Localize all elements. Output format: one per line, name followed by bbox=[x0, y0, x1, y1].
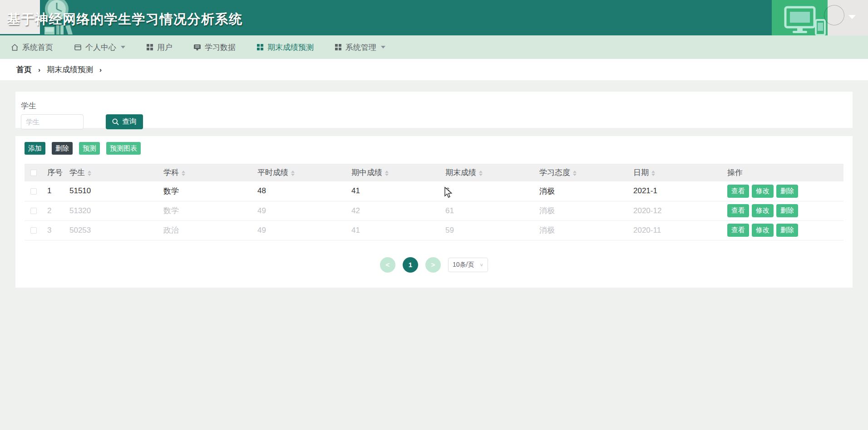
breadcrumb-home[interactable]: 首页 bbox=[16, 64, 32, 75]
user-avatar[interactable] bbox=[824, 5, 844, 25]
app-header: 基于神经网络的学生学习情况分析系统 bbox=[0, 0, 868, 35]
nav-item-3[interactable]: 用户 bbox=[146, 42, 173, 53]
sort-arrows-icon[interactable] bbox=[651, 171, 655, 176]
row-delete-button[interactable]: 删除 bbox=[776, 185, 798, 198]
row-checkbox-cell bbox=[25, 201, 43, 220]
user-menu-caret-icon[interactable] bbox=[848, 15, 856, 19]
pagination-prev-button[interactable]: < bbox=[380, 257, 395, 273]
edit-button[interactable]: 修改 bbox=[752, 224, 774, 237]
sort-arrows-icon[interactable] bbox=[479, 171, 483, 176]
pagination-next-button[interactable]: > bbox=[425, 257, 441, 273]
breadcrumb-separator-icon: › bbox=[99, 66, 102, 73]
search-field-label: 学生 bbox=[21, 101, 847, 111]
sort-arrows-icon[interactable] bbox=[182, 171, 185, 176]
sort-arrows-icon[interactable] bbox=[573, 171, 577, 176]
grid-icon bbox=[256, 44, 264, 51]
nav-item-label: 系统管理 bbox=[345, 42, 376, 53]
column-header[interactable]: 学生 bbox=[65, 164, 159, 181]
cell-final_score: 61 bbox=[441, 201, 535, 220]
toolbar: 添加删除预测预测图表 bbox=[25, 142, 843, 155]
page-size-select[interactable]: 10条/页 ∨ bbox=[448, 258, 488, 272]
cell-index: 3 bbox=[43, 220, 65, 240]
cell-attitude: 消极 bbox=[535, 220, 629, 240]
row-delete-button[interactable]: 删除 bbox=[776, 204, 798, 217]
column-header[interactable]: 期末成绩 bbox=[441, 164, 535, 181]
sort-arrows-icon[interactable] bbox=[385, 171, 389, 176]
predict-button[interactable]: 预测 bbox=[79, 142, 100, 155]
sort-arrows-icon[interactable] bbox=[291, 171, 295, 176]
nav-item-6[interactable]: 系统管理 bbox=[335, 42, 385, 53]
column-header[interactable]: 学习态度 bbox=[535, 164, 629, 181]
cell-usual_score: 49 bbox=[253, 220, 347, 240]
nav-item-5[interactable]: 期末成绩预测 bbox=[256, 42, 314, 53]
select-all-checkbox[interactable] bbox=[30, 170, 37, 176]
home-icon bbox=[11, 44, 19, 51]
cell-attitude: 消极 bbox=[535, 181, 629, 201]
edit-button[interactable]: 修改 bbox=[752, 185, 774, 198]
column-header-label: 学习态度 bbox=[539, 168, 570, 177]
column-header-label: 日期 bbox=[633, 168, 649, 177]
nav-item-label: 系统首页 bbox=[22, 42, 53, 53]
cell-index: 2 bbox=[43, 201, 65, 220]
cell-subject: 政治 bbox=[159, 220, 253, 240]
cell-usual_score: 48 bbox=[253, 181, 347, 201]
row-checkbox[interactable] bbox=[30, 208, 37, 214]
sort-arrows-icon[interactable] bbox=[88, 171, 91, 176]
monitor-icon bbox=[193, 44, 201, 51]
table-panel: 添加删除预测预测图表 序号学生学科平时成绩期中成绩期末成绩学习态度日期操作 15… bbox=[15, 136, 853, 288]
chevron-down-icon: ∨ bbox=[479, 262, 483, 267]
nav-item-label: 学习数据 bbox=[205, 42, 236, 53]
row-checkbox-cell bbox=[25, 220, 43, 240]
column-header[interactable]: 学科 bbox=[159, 164, 253, 181]
student-search-input[interactable] bbox=[21, 114, 84, 129]
breadcrumb-separator-icon: › bbox=[38, 66, 40, 73]
edit-button[interactable]: 修改 bbox=[752, 204, 774, 217]
column-header-label: 学科 bbox=[163, 168, 179, 177]
row-actions-cell: 查看修改删除 bbox=[723, 181, 843, 201]
row-checkbox[interactable] bbox=[30, 227, 37, 234]
cell-midterm_score: 41 bbox=[347, 181, 441, 201]
chevron-down-icon bbox=[121, 46, 125, 49]
nav-item-4[interactable]: 学习数据 bbox=[193, 42, 236, 53]
cell-date: 2020-11 bbox=[629, 220, 723, 240]
grid-icon bbox=[146, 44, 153, 51]
page-size-value: 10条/页 bbox=[453, 261, 474, 269]
column-header-label: 操作 bbox=[727, 168, 743, 177]
window-icon bbox=[74, 44, 82, 51]
column-header[interactable]: 日期 bbox=[629, 164, 723, 181]
cell-midterm_score: 42 bbox=[347, 201, 441, 220]
cell-student: 51510 bbox=[65, 181, 159, 201]
cell-date: 2020-12 bbox=[629, 201, 723, 220]
cell-attitude: 消极 bbox=[535, 201, 629, 220]
add-button[interactable]: 添加 bbox=[25, 142, 45, 155]
chevron-down-icon bbox=[381, 46, 385, 49]
cell-student: 51320 bbox=[65, 201, 159, 220]
column-header-label: 学生 bbox=[69, 168, 85, 177]
nav-bar: 系统首页个人中心用户学习数据期末成绩预测系统管理 bbox=[0, 35, 868, 59]
breadcrumb-current[interactable]: 期末成绩预测 bbox=[47, 64, 93, 75]
query-button-label: 查询 bbox=[122, 117, 137, 127]
records-table: 序号学生学科平时成绩期中成绩期末成绩学习态度日期操作 151510数学48416… bbox=[25, 164, 843, 240]
nav-item-1[interactable]: 系统首页 bbox=[11, 42, 53, 53]
row-delete-button[interactable]: 删除 bbox=[776, 224, 798, 237]
row-actions-cell: 查看修改删除 bbox=[723, 220, 843, 240]
cell-final_score: 6 bbox=[441, 181, 535, 201]
column-header-label: 期末成绩 bbox=[445, 168, 476, 177]
pagination-page-1[interactable]: 1 bbox=[403, 257, 418, 273]
column-header[interactable]: 期中成绩 bbox=[347, 164, 441, 181]
row-checkbox[interactable] bbox=[30, 188, 37, 195]
query-button[interactable]: 查询 bbox=[106, 114, 143, 129]
view-button[interactable]: 查看 bbox=[727, 185, 749, 198]
cell-student: 50253 bbox=[65, 220, 159, 240]
table-header-row: 序号学生学科平时成绩期中成绩期末成绩学习态度日期操作 bbox=[25, 164, 843, 181]
view-button[interactable]: 查看 bbox=[727, 204, 749, 217]
column-header[interactable]: 平时成绩 bbox=[253, 164, 347, 181]
cell-subject: 数学 bbox=[159, 201, 253, 220]
search-panel: 学生 查询 bbox=[15, 92, 853, 128]
predict-chart-button[interactable]: 预测图表 bbox=[106, 142, 141, 155]
view-button[interactable]: 查看 bbox=[727, 224, 749, 237]
cell-date: 2021-1 bbox=[629, 181, 723, 201]
delete-button[interactable]: 删除 bbox=[52, 142, 73, 155]
nav-item-2[interactable]: 个人中心 bbox=[74, 42, 125, 53]
grid-icon bbox=[335, 44, 342, 51]
